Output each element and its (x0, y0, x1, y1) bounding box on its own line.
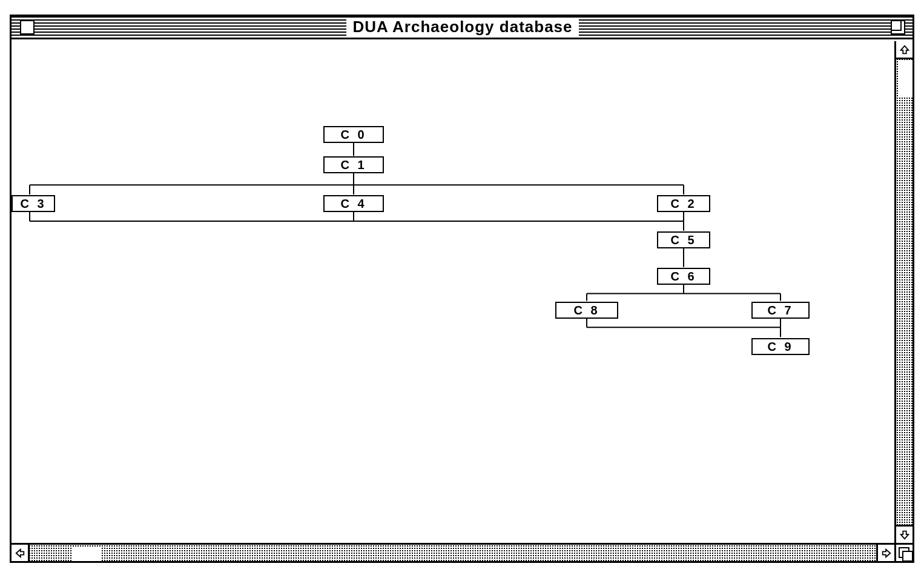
diagram-canvas-area[interactable]: C 0 C 1 C 3 C 4 C 2 C 5 C 6 C 8 C 7 C 9 (12, 41, 894, 543)
window-zoom-button[interactable] (891, 20, 905, 35)
scroll-right-button[interactable] (876, 545, 894, 561)
node-c9[interactable]: C 9 (751, 338, 810, 355)
app-window: DUA Archaeology database (10, 15, 914, 563)
node-c8[interactable]: C 8 (555, 302, 618, 319)
node-c1[interactable]: C 1 (323, 156, 384, 173)
arrow-up-icon (899, 44, 910, 55)
node-c2[interactable]: C 2 (657, 195, 710, 212)
node-c4[interactable]: C 4 (323, 195, 384, 212)
node-c3[interactable]: C 3 (12, 195, 55, 212)
vertical-scrollbar[interactable] (894, 41, 912, 543)
scroll-down-button[interactable] (896, 525, 912, 543)
diagram-edges (12, 41, 894, 543)
horizontal-scrollbar[interactable] (12, 543, 894, 561)
scroll-left-button[interactable] (12, 545, 30, 561)
vertical-scroll-thumb[interactable] (898, 61, 912, 98)
horizontal-scroll-thumb[interactable] (71, 547, 102, 561)
node-c0[interactable]: C 0 (323, 126, 384, 143)
node-c5[interactable]: C 5 (657, 231, 710, 248)
arrow-down-icon (899, 530, 910, 540)
window-title: DUA Archaeology database (346, 18, 578, 36)
arrow-right-icon (881, 548, 892, 559)
node-c7[interactable]: C 7 (751, 302, 810, 319)
window-resize-handle[interactable] (894, 543, 912, 561)
arrow-left-icon (15, 548, 25, 559)
window-titlebar[interactable]: DUA Archaeology database (12, 16, 912, 39)
node-c6[interactable]: C 6 (657, 268, 710, 285)
scroll-up-button[interactable] (896, 41, 912, 59)
window-close-button[interactable] (20, 20, 35, 35)
